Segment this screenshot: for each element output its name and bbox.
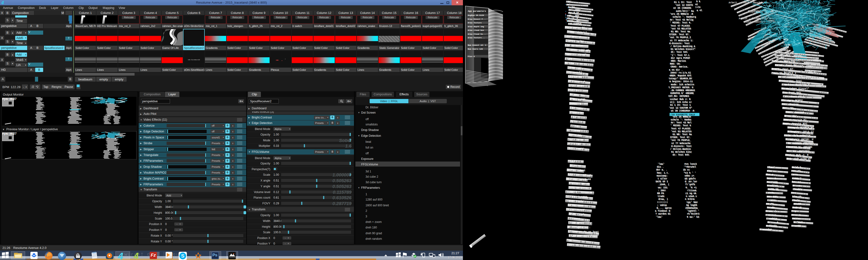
svg-text:dg: P.O#: dg: P.O# — [568, 11, 579, 14]
svg-text:schule '- Hamburg: schule '- Hamburg — [673, 16, 696, 18]
svg-text:STIER: Test 67.: STIER: Test 67. — [669, 33, 690, 36]
svg-text:2004/ rv:1/a.0): 2004/ rv:1/a.0) — [670, 72, 691, 74]
svg-text:P'_'Y _E: P'_'Y _E — [567, 143, 580, 146]
svg-text:AGE.: AGE. — [784, 49, 790, 52]
svg-text:omor Wa. a!: omor Wa. a! — [564, 35, 581, 38]
svg-text:trade: trade — [767, 206, 775, 209]
svg-text:Io USA.: Io USA. — [565, 62, 576, 65]
svg-text::08: .000: :08: .000 — [567, 14, 579, 17]
svg-text:P'_'Y _E: P'_'Y _E — [567, 17, 578, 20]
svg-text:f!'g4fb: f!'g4fb — [685, 183, 695, 186]
svg-text:m begins: 2014-11: m begins: 2014-11 — [787, 130, 814, 133]
svg-text:33s50: 33s50 — [794, 202, 802, 206]
svg-text:'lau': 'lau' — [568, 160, 576, 163]
svg-text:/ Online-Banking &: / Online-Banking & — [782, 83, 810, 86]
svg-text:B.... a: B.... a — [768, 221, 778, 224]
svg-text:61 NR: Test 6a: 61 NR: Test 6a — [671, 30, 690, 33]
svg-text:draw depth img: draw depth img — [468, 26, 484, 28]
svg-text:!!!!!!!: !!!!!!! — [766, 213, 776, 216]
svg-text:'ost 70 PEOPLE_I: 'ost 70 PEOPLE_I — [772, 72, 796, 75]
svg-text:'ors 25 RRR&le -R: 'ors 25 RRR&le -R — [670, 13, 693, 15]
svg-text:ut: ut — [695, 3, 698, 6]
svg-text:TITE: TITE — [784, 44, 790, 46]
svg-text:CRAO: Amrica.: CRAO: Amrica. — [785, 111, 806, 114]
svg-text:CRAO: Amrica.: CRAO: Amrica. — [671, 66, 688, 68]
svg-text:trade: trade — [657, 195, 664, 198]
svg-text:t aller qto &: t aller qto & — [569, 182, 589, 185]
svg-text:hms: 1.: hms: 1. — [767, 177, 778, 180]
svg-text:RM PG: RM PG — [657, 192, 664, 195]
svg-text:1b cc: 1b cc — [683, 169, 690, 171]
svg-text:'lau': 'lau' — [657, 163, 664, 165]
svg-text:Lechar Rub J: R: Lechar Rub J: R — [670, 98, 690, 101]
svg-text:61 NR: Test 6a: 61 NR: Test 6a — [673, 133, 692, 136]
svg-text:App parameters: App parameters — [468, 10, 486, 12]
svg-text:!!!!!!!!: !!!!!!!! — [657, 201, 668, 204]
svg-text:dis .: dis . — [657, 165, 664, 168]
svg-text:GES OF RI': GES OF RI' — [568, 75, 584, 78]
svg-text:2n3=!5: 2n3=!5 — [792, 206, 802, 209]
svg-text:Test 47 PLACES: Test 47 PLACES — [671, 127, 690, 130]
svg-text:15-08-13': 15-08-13' — [567, 67, 582, 70]
svg-text:+s2!e: +s2!e — [792, 217, 800, 220]
svg-text:01 Welchen Einzel*: 01 Welchen Einzel* — [671, 48, 695, 50]
svg-text:draw Cloud Co...: draw Cloud Co... — [468, 33, 486, 35]
svg-text:!ltisu&: !ltisu& — [687, 189, 696, 192]
svg-text:A wohnib: A wohnib — [569, 111, 582, 114]
svg-text:: 200!: : 200! — [767, 198, 776, 202]
svg-text:slmo-Unfr: slmo-Unfr — [568, 89, 582, 92]
svg-text:allfetter.A: allfetter.A — [568, 80, 585, 83]
svg-text:.1946,: .1946, — [766, 191, 775, 194]
svg-text::08: .0002: :08: .0002 — [567, 138, 583, 141]
svg-text:; vahip: ; vahip — [766, 217, 777, 220]
svg-text:der a. .dani: der a. .dani — [567, 169, 585, 172]
svg-text:tw+n: tw+n — [791, 173, 798, 176]
svg-text:' :ho: ' :ho — [570, 125, 579, 128]
svg-text:STIER: Test 67.: STIER: Test 67. — [670, 136, 691, 139]
svg-text:'ost 12 CUSTO: 'ost 12 CUSTO — [675, 4, 693, 6]
svg-text:'ors 25 RRR&le: 'ors 25 RRR&le — [672, 116, 691, 118]
svg-text:ua: 231: ua: 231 — [767, 195, 778, 198]
svg-text:d-Dienste: Test: d-Dienste: Test — [671, 145, 692, 148]
svg-text:' MICHS: Test 6: ' MICHS: Test 6 — [670, 124, 691, 127]
svg-text:l#: e!: l#: e! — [792, 180, 801, 183]
svg-text:t aller: t aller — [767, 184, 778, 187]
svg-text:o0bv z+: o0bv z+ — [684, 175, 694, 177]
svg-text:b *0at: b *0at — [794, 221, 803, 224]
svg-text:4 6=5=m: 4 6=5=m — [685, 198, 694, 200]
svg-text:* g: * g — [791, 210, 796, 213]
svg-text:DATE OF IRTH: 1: DATE OF IRTH: 1 — [568, 186, 592, 189]
svg-text:st): Ich echo u!: st): Ich echo u! — [670, 101, 692, 104]
svg-text:ua: 231: ua: 231 — [658, 186, 668, 189]
svg-text:61 NR: Test 6a: 61 NR: Test 6a — [775, 64, 797, 67]
svg-text:Test 47 PLACES: Test 47 PLACES — [671, 25, 690, 27]
svg-text:Num Users 128: Num Users 128 — [468, 48, 483, 50]
svg-text:draw Texture...: draw Texture... — [468, 37, 485, 39]
svg-text:#vo lsnz3: #vo lsnz3 — [684, 163, 697, 165]
svg-text:dt: Test 94%: dt: Test 94% — [671, 51, 687, 53]
svg-text:Ar: Test 43 Relig: Ar: Test 43 Relig — [670, 18, 693, 21]
svg-text:/ Online-Bankin: / Online-Bankin — [670, 148, 691, 150]
svg-text:d :m=.lor: d :m=.lor — [685, 180, 697, 183]
svg-text:.1946, (: .1946, ( — [658, 183, 669, 186]
svg-text:st 77 Webcache 1:: st 77 Webcache 1: — [670, 39, 693, 42]
svg-text:RHO: CH-: RHO: CH- — [670, 63, 681, 65]
svg-text:asht/Ott!' 6u: asht/Ott!' 6u — [676, 10, 694, 12]
svg-text:'lau': 'lau' — [567, 239, 574, 242]
svg-text:Wie vo..alt:: Wie vo..alt: — [566, 39, 584, 43]
svg-text:.de CURREN 4REGRAS: .de CURREN 4REGRAS — [786, 142, 814, 145]
svg-text:4!' .0002: 4!' .0002 — [567, 129, 581, 132]
svg-text:DATE OF I: DATE OF I — [656, 180, 668, 183]
svg-text:d-Dienste: Test: d-Dienste: Test — [779, 79, 802, 82]
svg-text:mustamp:: mustamp: — [656, 175, 668, 177]
svg-text:COT_RU: INTERES: COT_RU: INTERES — [669, 95, 689, 98]
svg-text:RM PG: RM PG — [766, 202, 774, 206]
svg-text:st 77 Webcache: st 77 Webcache — [671, 142, 690, 145]
svg-text:Ar: Test 43 Rel: Ar: Test 43 Rel — [671, 121, 691, 124]
svg-text:4REM: Ropo54 NYC: 4REM: Ropo54 NYC — [669, 74, 691, 77]
svg-text:hms: 1.t.368..a.: hms: 1.t.368..a. — [568, 173, 592, 177]
svg-text:2004/ rv:1/a.0): 2004/ rv:1/a.0) — [783, 118, 807, 121]
svg-text:01 Welchen Einz: 01 Welchen Einz — [671, 151, 692, 153]
svg-text:t aller: t aller — [657, 178, 667, 180]
svg-text:ua: 231 '-1990: ua: 231 '-1990 — [566, 195, 587, 198]
